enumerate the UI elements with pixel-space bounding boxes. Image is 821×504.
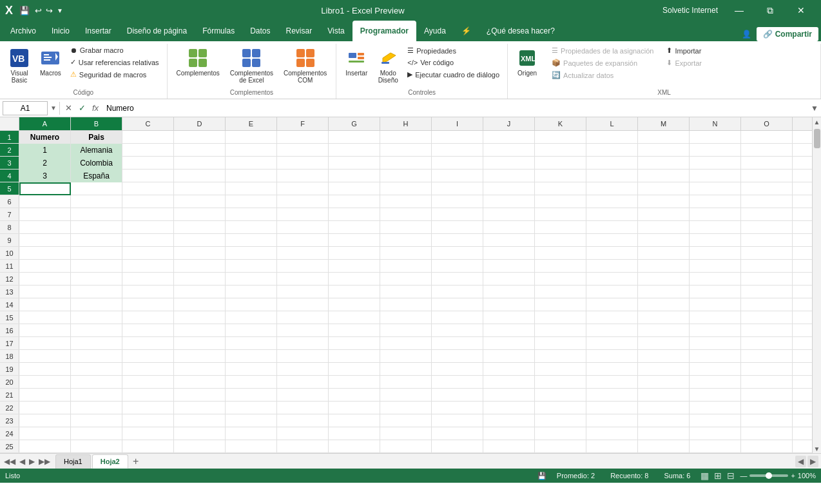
cell-a15[interactable] bbox=[19, 311, 71, 324]
cell-k16[interactable] bbox=[535, 324, 586, 337]
cell-o2[interactable] bbox=[741, 144, 793, 157]
cell-j2[interactable] bbox=[483, 144, 535, 157]
cell-n5[interactable] bbox=[690, 182, 741, 195]
cell-l24[interactable] bbox=[586, 427, 638, 440]
cell-j15[interactable] bbox=[483, 311, 535, 324]
cell-b11[interactable] bbox=[71, 260, 122, 273]
tab-datos[interactable]: Datos bbox=[242, 21, 278, 41]
cell-g1[interactable] bbox=[329, 131, 380, 144]
cell-e16[interactable] bbox=[226, 324, 277, 337]
cell-j18[interactable] bbox=[483, 350, 535, 363]
cell-e1[interactable] bbox=[226, 131, 277, 144]
cell-e21[interactable] bbox=[226, 389, 277, 402]
col-header-j[interactable]: J bbox=[483, 117, 535, 130]
col-header-o[interactable]: O bbox=[741, 117, 793, 130]
cell-i4[interactable] bbox=[432, 170, 483, 182]
cell-g14[interactable] bbox=[329, 298, 380, 311]
complementos-excel-button[interactable]: Complementosde Excel bbox=[226, 45, 277, 86]
cell-e6[interactable] bbox=[226, 195, 277, 208]
cell-g25[interactable] bbox=[329, 440, 380, 453]
share-button[interactable]: 🔗 Compartir bbox=[757, 27, 818, 41]
cell-b10[interactable] bbox=[71, 247, 122, 260]
cell-n11[interactable] bbox=[690, 260, 741, 273]
cell-b16[interactable] bbox=[71, 324, 122, 337]
cell-k22[interactable] bbox=[535, 402, 586, 414]
sheet-nav-prev[interactable]: ◀ bbox=[18, 456, 26, 467]
cell-n1[interactable] bbox=[690, 131, 741, 144]
cell-k20[interactable] bbox=[535, 376, 586, 389]
complementos-com-button[interactable]: ComplementosCOM bbox=[280, 45, 331, 86]
formula-cancel-button[interactable]: ✕ bbox=[63, 102, 75, 114]
cell-a1[interactable]: Numero bbox=[19, 131, 71, 144]
cell-n15[interactable] bbox=[690, 311, 741, 324]
cell-f14[interactable] bbox=[277, 298, 329, 311]
cell-f2[interactable] bbox=[277, 144, 329, 157]
cell-e24[interactable] bbox=[226, 427, 277, 440]
cell-o11[interactable] bbox=[741, 260, 793, 273]
scroll-thumb[interactable] bbox=[814, 129, 820, 148]
cell-k15[interactable] bbox=[535, 311, 586, 324]
cell-f13[interactable] bbox=[277, 286, 329, 298]
cell-g20[interactable] bbox=[329, 376, 380, 389]
cell-d21[interactable] bbox=[174, 389, 226, 402]
cell-f16[interactable] bbox=[277, 324, 329, 337]
cell-k25[interactable] bbox=[535, 440, 586, 453]
cell-i16[interactable] bbox=[432, 324, 483, 337]
cell-g6[interactable] bbox=[329, 195, 380, 208]
cell-f6[interactable] bbox=[277, 195, 329, 208]
cell-g24[interactable] bbox=[329, 427, 380, 440]
zoom-slider[interactable] bbox=[749, 474, 788, 477]
cell-d5[interactable] bbox=[174, 182, 226, 195]
cell-i6[interactable] bbox=[432, 195, 483, 208]
cell-b5[interactable] bbox=[71, 182, 122, 195]
cell-o1[interactable] bbox=[741, 131, 793, 144]
cell-b8[interactable] bbox=[71, 221, 122, 234]
cell-n8[interactable] bbox=[690, 221, 741, 234]
tab-ayuda[interactable]: Ayuda bbox=[416, 21, 454, 41]
cell-i13[interactable] bbox=[432, 286, 483, 298]
cell-e5[interactable] bbox=[226, 182, 277, 195]
cell-k10[interactable] bbox=[535, 247, 586, 260]
cell-d6[interactable] bbox=[174, 195, 226, 208]
cell-g10[interactable] bbox=[329, 247, 380, 260]
cell-c8[interactable] bbox=[122, 221, 174, 234]
cell-m16[interactable] bbox=[638, 324, 690, 337]
cell-c17[interactable] bbox=[122, 337, 174, 350]
cell-f3[interactable] bbox=[277, 157, 329, 170]
cell-m11[interactable] bbox=[638, 260, 690, 273]
cell-i25[interactable] bbox=[432, 440, 483, 453]
tab-programador[interactable]: Programador bbox=[353, 21, 416, 41]
cell-a10[interactable] bbox=[19, 247, 71, 260]
cell-c6[interactable] bbox=[122, 195, 174, 208]
row-header-25[interactable]: 25 bbox=[0, 440, 19, 452]
row-header-9[interactable]: 9 bbox=[0, 234, 19, 246]
cell-o9[interactable] bbox=[741, 234, 793, 247]
referencias-relativas-button[interactable]: ✓ Usar referencias relativas bbox=[68, 57, 162, 68]
row-header-22[interactable]: 22 bbox=[0, 402, 19, 414]
row-header-14[interactable]: 14 bbox=[0, 298, 19, 311]
cell-k5[interactable] bbox=[535, 182, 586, 195]
cell-c1[interactable] bbox=[122, 131, 174, 144]
row-header-23[interactable]: 23 bbox=[0, 414, 19, 427]
cell-g4[interactable] bbox=[329, 170, 380, 182]
cell-l4[interactable] bbox=[586, 170, 638, 182]
row-header-24[interactable]: 24 bbox=[0, 427, 19, 440]
cell-g9[interactable] bbox=[329, 234, 380, 247]
cell-b2[interactable]: Alemania bbox=[71, 144, 122, 157]
col-header-g[interactable]: G bbox=[329, 117, 380, 130]
cell-o24[interactable] bbox=[741, 427, 793, 440]
cell-m1[interactable] bbox=[638, 131, 690, 144]
cell-c16[interactable] bbox=[122, 324, 174, 337]
cell-f25[interactable] bbox=[277, 440, 329, 453]
cell-l10[interactable] bbox=[586, 247, 638, 260]
cell-f12[interactable] bbox=[277, 273, 329, 286]
cell-g18[interactable] bbox=[329, 350, 380, 363]
cell-h12[interactable] bbox=[380, 273, 432, 286]
cell-m14[interactable] bbox=[638, 298, 690, 311]
cell-f24[interactable] bbox=[277, 427, 329, 440]
cell-n6[interactable] bbox=[690, 195, 741, 208]
cell-l25[interactable] bbox=[586, 440, 638, 453]
cell-m9[interactable] bbox=[638, 234, 690, 247]
cell-h21[interactable] bbox=[380, 389, 432, 402]
cell-h5[interactable] bbox=[380, 182, 432, 195]
